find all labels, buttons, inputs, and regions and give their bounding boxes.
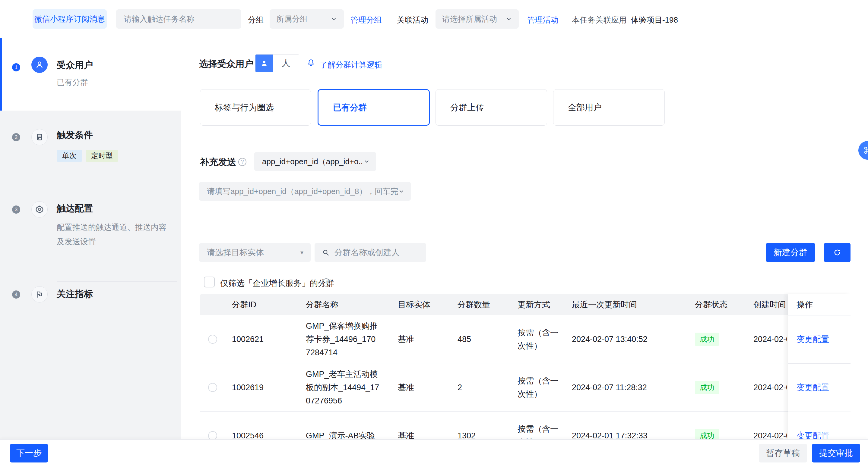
cell-count: 1302: [458, 431, 476, 440]
trigger-condition-icon: [31, 129, 48, 145]
sidebar-step-1-panel[interactable]: [0, 38, 181, 110]
trigger-tag-once: 单次: [57, 150, 82, 162]
cell-last-update: 2024-02-07 11:28:32: [572, 382, 647, 392]
segment-search-input[interactable]: 分群名称或创建人: [315, 243, 426, 262]
step-3-number: 3: [12, 205, 20, 213]
change-config-link[interactable]: 变更配置: [797, 382, 829, 393]
next-step-button[interactable]: 下一步: [10, 444, 48, 463]
table-row[interactable]: 1002546 GMP_演示-AB实验_ 基准 1302 按需（含一 次性） 2…: [200, 411, 788, 439]
tab-existing-segments[interactable]: 已有分群: [318, 89, 430, 126]
group-select[interactable]: 所属分组: [270, 9, 344, 29]
supplement-select-value: app_id+open_id（app_id+o...: [262, 156, 364, 167]
refresh-button[interactable]: [824, 243, 850, 262]
supplement-id-input[interactable]: 请填写app_id+open_id（app_id+open_id_8），回车完.…: [199, 182, 411, 201]
cell-last-update: 2024-02-07 13:40:52: [572, 334, 648, 344]
info-icon[interactable]: i: [322, 278, 330, 287]
col-header-name: 分群名称: [306, 299, 338, 310]
related-app-label: 本任务关联应用: [572, 15, 627, 25]
manage-group-link[interactable]: 管理分组: [350, 15, 382, 25]
cell-entity: 基准: [398, 334, 414, 345]
footer-action-bar: [0, 439, 868, 467]
group-select-value: 所属分组: [276, 14, 308, 24]
sidebar-active-indicator: [0, 38, 2, 110]
cell-id: 1002546: [232, 431, 264, 440]
row-divider: [788, 363, 850, 364]
chevron-down-icon: [364, 158, 370, 165]
audience-section-label: 选择受众用户: [199, 58, 253, 70]
col-header-update-mode: 更新方式: [518, 299, 550, 310]
task-name-placeholder: 请输入触达任务名称: [124, 14, 194, 24]
row-divider: [788, 315, 850, 315]
filter-checkbox-label: 仅筛选「企业增长服务」的分群: [220, 278, 334, 289]
audience-type-segmented-control[interactable]: 人: [255, 54, 299, 72]
channel-type-badge: 微信小程序订阅消息: [33, 9, 107, 29]
filter-growth-service-checkbox[interactable]: [204, 276, 215, 288]
cell-entity: 基准: [398, 430, 414, 439]
cell-update-mode: 按需（含一 次性）: [518, 423, 558, 439]
cell-count: 2: [458, 382, 462, 392]
step-2-title[interactable]: 触发条件: [57, 129, 93, 141]
sidebar-divider: [57, 325, 177, 325]
help-question-icon[interactable]: ?: [238, 158, 246, 166]
cell-update-mode: 按需（含一 次性）: [518, 374, 558, 401]
supplement-input-placeholder: 请填写app_id+open_id（app_id+open_id_8），回车完.…: [207, 186, 398, 197]
activity-select[interactable]: 请选择所属活动: [435, 9, 519, 29]
related-app-value: 体验项目-198: [631, 15, 678, 25]
activity-label: 关联活动: [397, 15, 428, 25]
activity-select-value: 请选择所属活动: [442, 14, 497, 24]
create-segment-button[interactable]: 新建分群: [766, 243, 815, 262]
segment-table: 分群ID 分群名称 目标实体 分群数量 更新方式 最近一次更新时间 分群状态 创…: [181, 292, 868, 439]
row-radio-button[interactable]: [208, 335, 217, 344]
col-header-id: 分群ID: [232, 299, 256, 310]
cell-name: GMP_保客增换购推 荐卡券_14496_170 7284714: [306, 320, 378, 359]
row-radio-button[interactable]: [208, 431, 217, 439]
save-draft-button[interactable]: 暂存草稿: [759, 444, 807, 463]
cell-created: 2024-02-0: [753, 431, 787, 440]
sidebar-divider: [57, 281, 177, 282]
supplement-id-type-select[interactable]: app_id+open_id（app_id+o...: [254, 152, 376, 171]
cell-name: GMP_演示-AB实验_: [306, 429, 380, 439]
command-icon: ⌘: [863, 145, 868, 156]
row-divider: [788, 411, 850, 412]
cell-count: 485: [458, 334, 471, 344]
step-3-title[interactable]: 触达配置: [57, 202, 93, 215]
col-header-last-update: 最近一次更新时间: [572, 299, 637, 310]
col-header-status: 分群状态: [695, 299, 727, 310]
person-segment-icon[interactable]: [255, 55, 273, 72]
submit-approval-button[interactable]: 提交审批: [812, 444, 860, 463]
cell-update-mode: 按需（含一 次性）: [518, 326, 558, 353]
step-1-title[interactable]: 受众用户: [57, 59, 93, 71]
tab-all-users[interactable]: 全部用户: [553, 89, 665, 126]
cell-id: 1002621: [232, 334, 264, 344]
supplement-send-label: 补充发送: [200, 156, 236, 168]
person-unit-segment[interactable]: 人: [273, 55, 299, 72]
col-header-entity: 目标实体: [398, 299, 430, 310]
tab-segment-upload[interactable]: 分群上传: [435, 89, 547, 126]
col-header-action: 操作: [797, 299, 813, 310]
target-entity-select[interactable]: 请选择目标实体 ▾: [199, 243, 311, 262]
table-header-row: 分群ID 分群名称 目标实体 分群数量 更新方式 最近一次更新时间 分群状态 创…: [200, 294, 788, 315]
segment-logic-help-link[interactable]: 了解分群计算逻辑: [320, 60, 382, 70]
step-4-title[interactable]: 关注指标: [57, 288, 93, 300]
step-2-number: 2: [12, 133, 20, 141]
gear-icon: [31, 201, 48, 218]
cell-created: 2024-02-0: [753, 382, 787, 392]
floating-assistant-button[interactable]: ⌘: [858, 141, 868, 160]
table-row[interactable]: 1002619 GMP_老车主活动模 板的副本_14494_17 0727695…: [200, 363, 788, 411]
card-label: 标签与行为圈选: [215, 102, 274, 113]
manage-activity-link[interactable]: 管理活动: [527, 15, 559, 25]
status-badge: 成功: [695, 333, 719, 346]
card-label: 全部用户: [568, 102, 602, 113]
chevron-down-icon: [331, 16, 337, 22]
change-config-link[interactable]: 变更配置: [797, 430, 829, 439]
row-radio-button[interactable]: [208, 383, 217, 392]
cell-created: 2024-02-0: [753, 334, 787, 344]
tab-tag-behavior-selection[interactable]: 标签与行为圈选: [200, 89, 311, 126]
change-config-link[interactable]: 变更配置: [797, 334, 829, 345]
step-1-subtitle: 已有分群: [57, 77, 88, 88]
task-name-input[interactable]: 请输入触达任务名称: [116, 9, 241, 29]
status-badge: 成功: [695, 429, 719, 439]
flag-icon: [31, 286, 48, 302]
table-row[interactable]: 1002621 GMP_保客增换购推 荐卡券_14496_170 7284714…: [200, 315, 788, 363]
search-placeholder: 分群名称或创建人: [335, 247, 400, 258]
